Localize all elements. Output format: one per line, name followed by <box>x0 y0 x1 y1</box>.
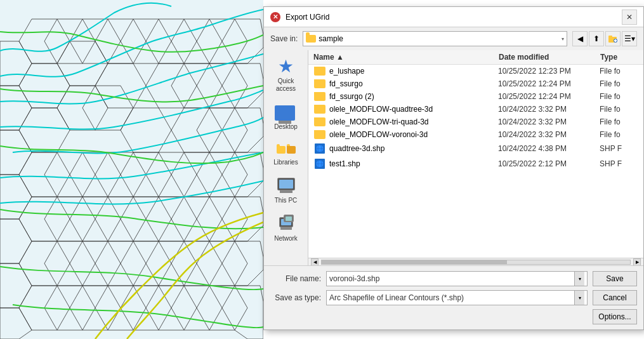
file-date-cell: 10/25/2022 12:23 PM <box>498 67 600 76</box>
svg-rect-68 <box>608 36 612 37</box>
file-name-cell: quadtree-3d.shp <box>314 143 498 154</box>
table-row[interactable]: olele_MODFLOW-tri-quad-3d 10/24/2022 3:3… <box>308 116 643 128</box>
horizontal-scrollbar[interactable]: ◀ ▶ <box>308 258 643 265</box>
scroll-right-arrow[interactable]: ▶ <box>633 258 641 266</box>
table-row[interactable]: test1.shp 10/25/2022 2:12 PM SHP F <box>308 156 643 171</box>
libraries-icon <box>277 146 296 154</box>
sidebar-item-quick-access[interactable]: ★ Quick access <box>266 53 306 96</box>
svg-rect-71 <box>614 40 617 41</box>
save-button[interactable]: Save <box>593 271 637 286</box>
bottom-area: File name: voronoi-3d.shp ▾ Save Save as… <box>264 265 643 329</box>
file-name-cell: fd_ssurgo (2) <box>314 92 498 101</box>
save-type-input[interactable]: Arc Shapefile of Linear Contours (*.shp)… <box>326 290 588 305</box>
file-name-text: olele_MODFLOW-quadtree-3d <box>329 105 433 114</box>
file-header: Name ▲ Date modified Type <box>308 50 643 65</box>
close-button[interactable]: ✕ <box>622 10 637 25</box>
folder-icon <box>314 130 325 139</box>
save-type-row: Save as type: Arc Shapefile of Linear Co… <box>270 290 637 305</box>
dialog-icon: ✕ <box>270 12 280 22</box>
file-name-cell: olele_MODFLOW-quadtree-3d <box>314 105 498 114</box>
table-row[interactable]: olele_MODFLOW-voronoi-3d 10/24/2022 3:32… <box>308 128 643 141</box>
file-name-cell: olele_MODFLOW-tri-quad-3d <box>314 117 498 126</box>
star-icon: ★ <box>276 56 296 76</box>
save-type-label: Save as type: <box>270 293 321 302</box>
dialog-title: Export UGrid <box>286 13 329 22</box>
sidebar-item-this-pc[interactable]: This PC <box>266 172 306 208</box>
options-row: Options... <box>270 309 637 324</box>
file-area: Name ▲ Date modified Type e_lushape 10/2… <box>308 50 643 265</box>
file-type-cell: SHP F <box>600 144 638 153</box>
shp-icon <box>314 143 325 154</box>
file-name-cell: test1.shp <box>314 158 498 170</box>
table-row[interactable]: fd_ssurgo (2) 10/25/2022 12:24 PM File f… <box>308 90 643 103</box>
table-row[interactable]: quadtree-3d.shp 10/24/2022 4:38 PM SHP F <box>308 141 643 156</box>
network-icon <box>279 217 293 227</box>
column-type-header[interactable]: Type <box>600 53 638 62</box>
save-in-combo[interactable]: sample ▾ <box>303 31 567 46</box>
file-date-cell: 10/25/2022 12:24 PM <box>498 92 600 101</box>
file-name-dropdown-arrow[interactable]: ▾ <box>574 272 584 286</box>
file-name-text: olele_MODFLOW-voronoi-3d <box>329 130 428 139</box>
table-row[interactable]: fd_ssurgo 10/25/2022 12:24 PM File fo <box>308 77 643 90</box>
file-type-cell: File fo <box>600 117 638 126</box>
file-name-row: File name: voronoi-3d.shp ▾ Save <box>270 271 637 286</box>
map-background <box>0 0 263 339</box>
folder-icon <box>314 79 325 88</box>
file-date-cell: 10/24/2022 4:38 PM <box>498 144 600 153</box>
sidebar-item-label: This PC <box>275 197 298 204</box>
file-date-cell: 10/25/2022 2:12 PM <box>498 159 600 168</box>
save-type-dropdown-arrow[interactable]: ▾ <box>574 291 584 305</box>
title-bar-left: ✕ Export UGrid <box>270 12 329 22</box>
folder-icon <box>314 117 325 126</box>
file-date-cell: 10/24/2022 3:32 PM <box>498 105 600 114</box>
folder-icon-small <box>306 35 316 43</box>
file-date-cell: 10/25/2022 12:24 PM <box>498 79 600 88</box>
toolbar-buttons: ◀ ⬆ ☰▾ <box>572 31 637 46</box>
column-date-header[interactable]: Date modified <box>499 53 600 62</box>
back-button[interactable]: ◀ <box>572 31 588 46</box>
file-name-text: fd_ssurgo <box>329 79 363 88</box>
file-name-cell: olele_MODFLOW-voronoi-3d <box>314 130 498 139</box>
file-name-text: e_lushape <box>329 67 364 76</box>
file-name-input[interactable]: voronoi-3d.shp ▾ <box>326 271 588 286</box>
file-name-text: quadtree-3d.shp <box>329 144 384 153</box>
file-name-text: fd_ssurgo (2) <box>329 92 374 101</box>
scroll-left-arrow[interactable]: ◀ <box>311 258 319 266</box>
view-button[interactable]: ☰▾ <box>622 31 637 46</box>
file-type-cell: File fo <box>600 130 638 139</box>
sidebar-item-libraries[interactable]: Libraries <box>266 136 306 170</box>
column-name-header[interactable]: Name ▲ <box>313 53 499 62</box>
sidebar-item-label: Network <box>274 235 298 243</box>
table-row[interactable]: olele_MODFLOW-quadtree-3d 10/24/2022 3:3… <box>308 103 643 116</box>
sidebar: ★ Quick access Desktop Libraries <box>264 50 308 265</box>
cancel-button[interactable]: Cancel <box>593 290 637 305</box>
save-in-label: Save in: <box>270 34 298 43</box>
sidebar-item-network[interactable]: Network <box>266 210 306 246</box>
file-name-cell: fd_ssurgo <box>314 79 498 88</box>
save-in-text: sample <box>319 34 559 43</box>
sidebar-item-desktop[interactable]: Desktop <box>266 98 306 134</box>
save-type-value: Arc Shapefile of Linear Contours (*.shp) <box>329 293 572 302</box>
export-ugrid-dialog: ✕ Export UGrid ✕ Save in: sample ▾ ◀ ⬆ <box>263 6 644 330</box>
file-date-cell: 10/24/2022 3:32 PM <box>498 117 600 126</box>
folder-icon <box>314 105 325 114</box>
options-button[interactable]: Options... <box>593 309 637 324</box>
new-folder-button[interactable] <box>605 31 621 46</box>
file-type-cell: File fo <box>600 67 638 76</box>
scroll-thumb <box>322 260 507 264</box>
sidebar-item-label: Desktop <box>274 123 298 131</box>
file-type-cell: File fo <box>600 105 638 114</box>
network-stand-icon <box>280 227 292 230</box>
desktop-icon <box>275 105 295 121</box>
file-list: e_lushape 10/25/2022 12:23 PM File fo fd… <box>308 65 643 258</box>
file-name-cell: e_lushape <box>314 67 498 76</box>
main-area: ★ Quick access Desktop Libraries <box>264 50 643 265</box>
dialog-title-bar: ✕ Export UGrid ✕ <box>264 7 643 27</box>
up-button[interactable]: ⬆ <box>589 31 604 46</box>
file-name-value: voronoi-3d.shp <box>329 274 572 283</box>
table-row[interactable]: e_lushape 10/25/2022 12:23 PM File fo <box>308 65 643 77</box>
scroll-track[interactable] <box>321 260 631 265</box>
sidebar-item-label: Libraries <box>273 159 298 166</box>
pc-icon <box>277 178 295 190</box>
folder-icon <box>314 92 325 101</box>
